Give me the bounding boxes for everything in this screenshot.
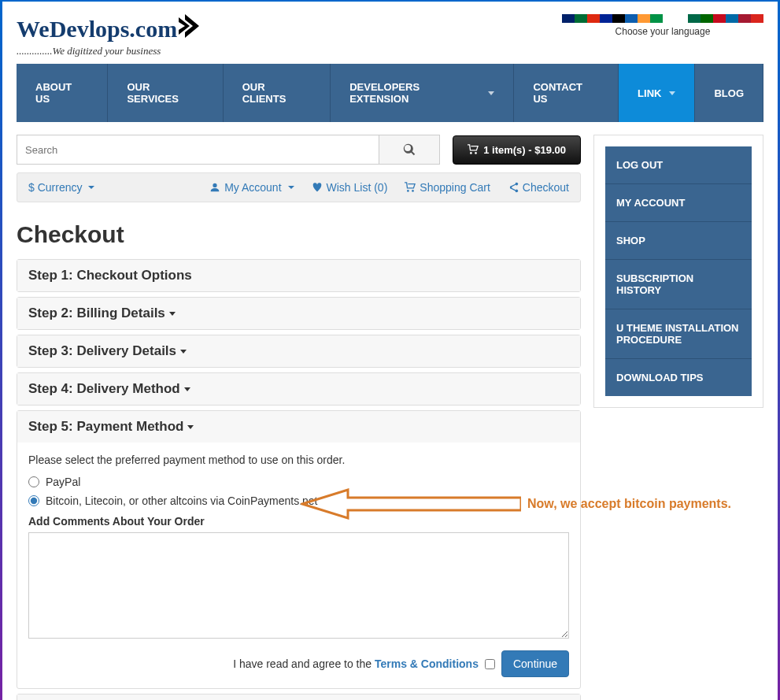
logo[interactable]: WeDevlops.com ..............We digitized… [17, 14, 199, 57]
nav-item-about-us[interactable]: ABOUT US [17, 64, 108, 122]
step-6-header[interactable]: Step 6: Confirm Order [17, 694, 580, 700]
paypal-radio[interactable] [28, 476, 39, 487]
user-icon [209, 182, 220, 193]
terms-link[interactable]: Terms & Conditions [375, 657, 479, 670]
caret-icon [187, 425, 194, 429]
flag-zh[interactable] [587, 14, 600, 23]
annotation-text: Now, we accept bitcoin payments. [527, 497, 731, 511]
flag-ar[interactable] [575, 14, 587, 23]
flag-es-mx[interactable] [688, 14, 701, 23]
comments-textarea[interactable] [28, 532, 569, 639]
caret-icon [288, 186, 294, 189]
main-nav: ABOUT USOUR SERVICESOUR CLIENTSDEVELOPER… [17, 64, 763, 122]
caret-icon [88, 186, 94, 189]
search-button[interactable] [379, 135, 440, 165]
sidebar-item-my-account[interactable]: MY ACCOUNT [605, 184, 752, 222]
checkout-link[interactable]: Checkout [508, 181, 569, 194]
chevron-down-icon [669, 91, 675, 95]
svg-point-1 [475, 152, 477, 154]
flag-el[interactable] [625, 14, 638, 23]
nav-item-contact-us[interactable]: CONTACT US [514, 64, 619, 122]
logo-tagline: ..............We digitized your business [17, 45, 199, 57]
wishlist-link[interactable]: Wish List (0) [312, 181, 388, 194]
step-4-header[interactable]: Step 4: Delivery Method [17, 373, 580, 405]
continue-button[interactable]: Continue [501, 650, 569, 677]
flag-es[interactable] [713, 14, 726, 23]
sidebar-item-download-tips[interactable]: DOWNLOAD TIPS [605, 359, 752, 396]
agree-checkbox[interactable] [485, 659, 495, 669]
step-1-header[interactable]: Step 1: Checkout Options [17, 260, 580, 291]
nav-item-our-clients[interactable]: OUR CLIENTS [224, 64, 331, 122]
nav-item-developers-extension[interactable]: DEVELOPERS EXTENSION [331, 64, 514, 122]
flag-ko[interactable] [675, 14, 688, 23]
cart-button[interactable]: 1 item(s) - $19.00 [453, 135, 581, 165]
search-icon [403, 143, 416, 156]
logo-arrow-icon [179, 14, 199, 43]
flag-th[interactable] [738, 14, 751, 23]
flag-vi[interactable] [751, 14, 763, 23]
payment-intro: Please select the preferred payment meth… [28, 454, 569, 466]
chevron-down-icon [488, 91, 494, 95]
flag-hi[interactable] [638, 14, 650, 23]
svg-point-0 [470, 152, 472, 154]
step-3-header[interactable]: Step 3: Delivery Details [17, 335, 580, 367]
step-2-header[interactable]: Step 2: Billing Details [17, 298, 580, 329]
payment-option-paypal[interactable]: PayPal [28, 476, 569, 488]
currency-dropdown[interactable]: $ Currency [28, 181, 94, 194]
nav-item-link[interactable]: LINK [619, 64, 695, 122]
svg-point-2 [407, 190, 409, 192]
arrow-icon [301, 488, 521, 520]
language-label: Choose your language [562, 26, 763, 37]
agree-text: I have read and agree to the [233, 657, 375, 670]
annotation-arrow: Now, we accept bitcoin payments. [301, 488, 731, 520]
utility-bar: $ Currency My Account Wish List (0) Shop… [17, 172, 581, 202]
flag-it[interactable] [650, 14, 663, 23]
caret-icon [184, 387, 190, 391]
sidebar-item-log-out[interactable]: LOG OUT [605, 146, 752, 184]
share-icon [508, 182, 519, 193]
flag-de[interactable] [612, 14, 625, 23]
search-input[interactable] [17, 135, 379, 165]
logo-text: WeDevlops.com [17, 16, 177, 43]
page-title: Checkout [17, 221, 581, 248]
sidebar-item-u-theme-installation-procedure[interactable]: U THEME INSTALLATION PROCEDURE [605, 309, 752, 359]
cart-icon [405, 182, 416, 193]
heart-icon [312, 182, 323, 193]
flag-sv[interactable] [726, 14, 738, 23]
cart-label: 1 item(s) - $19.00 [483, 144, 566, 156]
caret-icon [169, 312, 176, 316]
sidebar-item-shop[interactable]: SHOP [605, 222, 752, 260]
step-5-header[interactable]: Step 5: Payment Method [17, 411, 580, 443]
sidebar-panel: LOG OUTMY ACCOUNTSHOPSUBSCRIPTION HISTOR… [593, 135, 763, 408]
bitcoin-radio[interactable] [28, 495, 39, 506]
flag-pt[interactable] [701, 14, 713, 23]
my-account-link[interactable]: My Account [209, 181, 294, 194]
svg-point-3 [412, 190, 415, 192]
sidebar-item-subscription-history[interactable]: SUBSCRIPTION HISTORY [605, 260, 752, 309]
flag-en[interactable] [562, 14, 575, 23]
flag-fr[interactable] [600, 14, 612, 23]
nav-item-our-services[interactable]: OUR SERVICES [108, 64, 223, 122]
flag-ja[interactable] [663, 14, 675, 23]
nav-item-blog[interactable]: BLOG [695, 64, 763, 122]
caret-icon [180, 350, 187, 354]
cart-icon [468, 144, 479, 155]
shopping-cart-link[interactable]: Shopping Cart [405, 181, 490, 194]
language-flags [562, 14, 763, 23]
